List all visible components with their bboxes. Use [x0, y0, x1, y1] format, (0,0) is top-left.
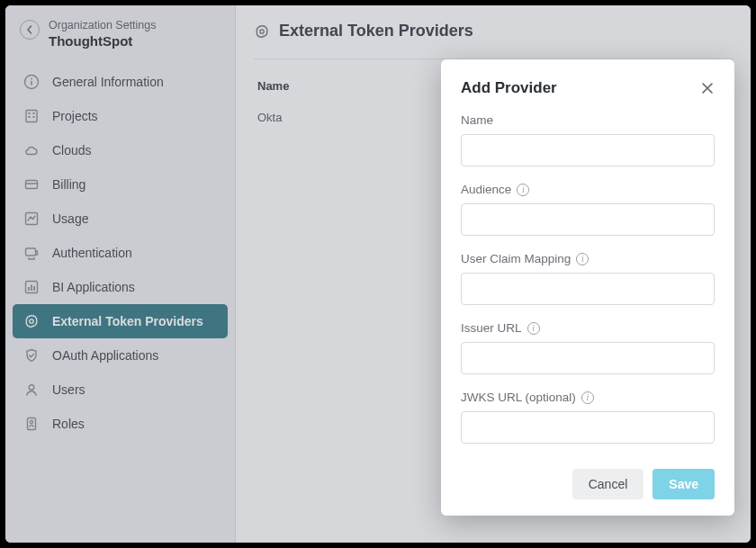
- sidebar-item-usage[interactable]: Usage: [13, 202, 228, 236]
- sidebar-item-clouds[interactable]: Clouds: [13, 133, 228, 167]
- svg-rect-5: [33, 112, 35, 114]
- sidebar-item-general-information[interactable]: General Information: [13, 65, 228, 99]
- svg-point-20: [260, 29, 264, 32]
- org-name: ThoughtSpot: [49, 33, 157, 49]
- info-icon[interactable]: i: [581, 391, 594, 404]
- svg-rect-4: [29, 112, 31, 114]
- field-label: Audience: [461, 183, 511, 196]
- sidebar: Organization Settings ThoughtSpot Genera…: [5, 5, 236, 543]
- cell-name: Okta: [257, 111, 401, 124]
- sidebar-nav: General Information Projects Clouds Bill…: [5, 61, 235, 445]
- svg-rect-13: [28, 287, 30, 291]
- sidebar-item-label: Usage: [52, 211, 88, 226]
- name-input[interactable]: [461, 134, 715, 166]
- svg-rect-11: [26, 248, 36, 256]
- field-label: JWKS URL (optional): [461, 391, 576, 404]
- roles-icon: [23, 416, 40, 432]
- svg-point-17: [29, 385, 34, 391]
- column-name: Name: [257, 79, 401, 93]
- sidebar-item-label: General Information: [52, 75, 164, 89]
- auth-icon: [23, 245, 40, 261]
- svg-point-19: [30, 421, 32, 424]
- field-audience: Audience i: [461, 183, 715, 236]
- user-icon: [23, 382, 40, 398]
- chart-icon: [23, 211, 40, 227]
- sidebar-item-oauth-applications[interactable]: OAuth Applications: [13, 338, 228, 373]
- sidebar-item-bi-applications[interactable]: BI Applications: [13, 270, 228, 304]
- page-title: External Token Providers: [279, 22, 473, 40]
- sidebar-item-label: BI Applications: [52, 280, 135, 294]
- sidebar-item-label: OAuth Applications: [52, 348, 158, 363]
- issuer-url-input[interactable]: [461, 342, 715, 374]
- field-user-claim-mapping: User Claim Mapping i: [461, 252, 715, 305]
- sidebar-item-label: Projects: [52, 109, 98, 123]
- info-icon[interactable]: i: [527, 322, 540, 335]
- svg-point-16: [30, 319, 33, 323]
- cloud-icon: [23, 142, 40, 158]
- building-icon: [23, 108, 40, 124]
- card-icon: [23, 176, 40, 193]
- svg-rect-10: [26, 213, 38, 225]
- sidebar-item-label: Clouds: [52, 143, 92, 157]
- field-jwks-url: JWKS URL (optional) i: [461, 391, 715, 444]
- page-header: External Token Providers: [254, 22, 733, 59]
- svg-rect-2: [31, 81, 32, 85]
- sidebar-item-projects[interactable]: Projects: [13, 99, 228, 133]
- info-icon[interactable]: i: [576, 253, 589, 265]
- user-claim-mapping-input[interactable]: [461, 273, 715, 305]
- back-button[interactable]: [20, 20, 40, 40]
- org-settings-label: Organization Settings: [49, 18, 157, 32]
- svg-rect-7: [33, 116, 35, 118]
- field-label: Name: [461, 113, 493, 127]
- sidebar-item-label: Users: [52, 382, 86, 397]
- cancel-button[interactable]: Cancel: [572, 469, 644, 499]
- svg-rect-14: [31, 285, 32, 292]
- svg-rect-8: [26, 181, 38, 189]
- sidebar-item-authentication[interactable]: Authentication: [13, 236, 228, 270]
- sidebar-item-label: External Token Providers: [52, 314, 203, 328]
- sidebar-item-label: Authentication: [52, 246, 132, 260]
- org-header: Organization Settings ThoughtSpot: [5, 13, 235, 61]
- svg-point-1: [31, 78, 32, 80]
- svg-rect-3: [26, 111, 37, 122]
- audience-input[interactable]: [461, 203, 715, 236]
- modal-title: Add Provider: [461, 79, 557, 97]
- sidebar-item-label: Roles: [52, 417, 85, 431]
- jwks-url-input[interactable]: [461, 411, 715, 444]
- biapp-icon: [23, 279, 40, 295]
- add-provider-modal: Add Provider Name Audience i User Claim …: [441, 59, 734, 516]
- sidebar-item-label: Billing: [52, 177, 86, 192]
- field-name: Name: [461, 113, 715, 166]
- info-icon: [23, 74, 40, 90]
- close-icon: [700, 81, 715, 95]
- sidebar-item-users[interactable]: Users: [13, 373, 228, 407]
- shield-icon: [23, 347, 40, 364]
- chevron-left-icon: [25, 25, 34, 34]
- field-label: Issuer URL: [461, 321, 522, 335]
- close-button[interactable]: [700, 81, 715, 95]
- field-label: User Claim Mapping: [461, 252, 571, 265]
- svg-rect-6: [29, 116, 31, 118]
- sidebar-item-billing[interactable]: Billing: [13, 167, 228, 202]
- gear-icon: [23, 313, 40, 329]
- gear-icon: [254, 23, 270, 40]
- info-icon[interactable]: i: [517, 184, 529, 196]
- svg-rect-15: [33, 286, 35, 291]
- sidebar-item-roles[interactable]: Roles: [13, 407, 228, 441]
- sidebar-item-external-token-providers[interactable]: External Token Providers: [13, 304, 228, 338]
- save-button[interactable]: Save: [652, 469, 715, 499]
- field-issuer-url: Issuer URL i: [461, 321, 715, 374]
